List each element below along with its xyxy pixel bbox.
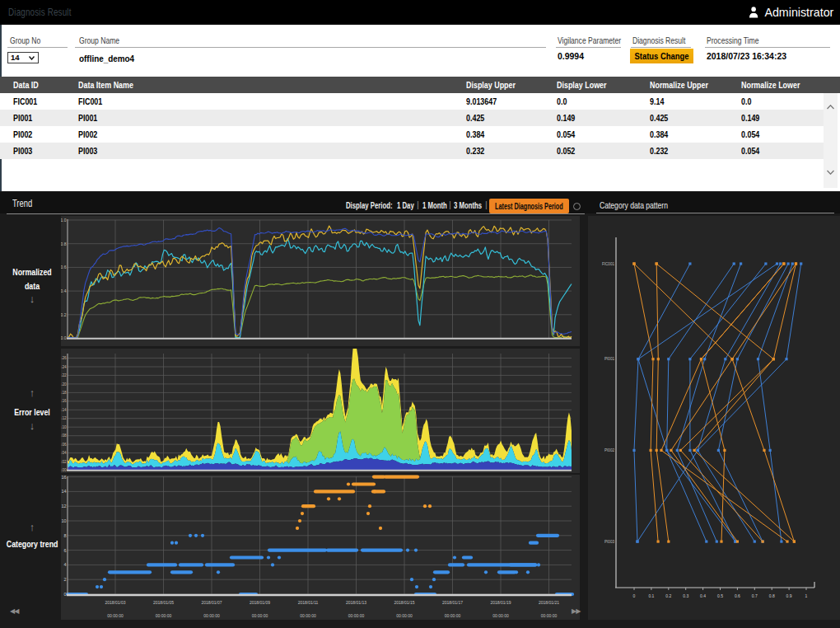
svg-text:12: 12 [61,504,66,508]
svg-text:2018/01/15: 2018/01/15 [394,600,414,605]
svg-text:PI001: PI001 [604,357,614,361]
svg-text:0.16: 0.16 [61,399,67,403]
svg-text:00:00:00: 00:00:00 [348,613,365,618]
svg-text:2: 2 [63,577,66,582]
svg-text:00:00:00: 00:00:00 [203,613,220,618]
svg-text:0.06: 0.06 [61,443,67,447]
svg-text:00:00:00: 00:00:00 [396,613,413,618]
svg-text:0.8: 0.8 [61,241,67,246]
svg-text:8: 8 [63,533,66,538]
svg-text:0.00: 0.00 [61,468,67,472]
svg-text:10: 10 [61,518,66,523]
svg-text:2018/01/13: 2018/01/13 [346,600,366,605]
svg-text:0.12: 0.12 [61,416,67,420]
svg-text:00:00:00: 00:00:00 [107,613,124,618]
svg-text:00:00:00: 00:00:00 [541,613,558,618]
svg-text:0.24: 0.24 [61,365,67,369]
svg-text:2018/01/11: 2018/01/11 [298,600,319,605]
svg-text:2018/01/21: 2018/01/21 [539,600,559,605]
svg-text:2018/01/09: 2018/01/09 [250,600,270,605]
svg-text:0.18: 0.18 [61,391,67,395]
svg-text:0.8: 0.8 [769,593,775,598]
svg-text:0.02: 0.02 [61,460,67,464]
svg-text:0.6: 0.6 [735,593,740,598]
svg-text:FIC001: FIC001 [602,262,615,266]
svg-text:0.9: 0.9 [786,593,792,598]
svg-text:2018/01/17: 2018/01/17 [442,600,463,605]
svg-text:14: 14 [61,489,66,494]
svg-text:00:00:00: 00:00:00 [492,613,509,618]
svg-text:0.14: 0.14 [61,408,67,412]
svg-text:00:00:00: 00:00:00 [156,613,172,618]
svg-text:0.3: 0.3 [683,593,688,598]
svg-text:0.26: 0.26 [61,356,67,360]
svg-text:0: 0 [633,593,636,598]
svg-text:2018/01/19: 2018/01/19 [490,600,511,605]
svg-text:00:00:00: 00:00:00 [252,613,268,618]
svg-text:2018/01/05: 2018/01/05 [153,600,174,605]
svg-text:0.6: 0.6 [61,265,67,269]
svg-text:0.7: 0.7 [752,593,758,598]
svg-text:PI003: PI003 [604,540,614,544]
svg-text:0.1: 0.1 [648,593,654,598]
svg-text:16: 16 [61,475,66,480]
svg-text:1.0: 1.0 [61,218,67,223]
svg-text:00:00:00: 00:00:00 [445,613,461,618]
svg-text:4: 4 [63,562,66,567]
svg-text:2018/01/03: 2018/01/03 [105,600,125,605]
svg-text:0.08: 0.08 [61,434,67,438]
svg-text:0.10: 0.10 [61,425,67,429]
svg-text:0.2: 0.2 [61,312,67,317]
svg-text:2018/01/07: 2018/01/07 [201,600,222,605]
svg-text:1: 1 [805,593,808,598]
svg-text:0.5: 0.5 [717,593,723,598]
svg-text:00:00:00: 00:00:00 [300,613,316,618]
svg-text:0.22: 0.22 [61,373,67,377]
svg-text:0.0: 0.0 [61,335,67,340]
svg-text:6: 6 [63,548,66,553]
svg-text:0.4: 0.4 [700,593,706,598]
svg-text:0.2: 0.2 [665,593,671,598]
svg-text:PI002: PI002 [604,448,614,452]
svg-text:0.20: 0.20 [61,382,67,387]
svg-text:0.4: 0.4 [61,288,67,293]
svg-text:0.04: 0.04 [61,451,67,455]
